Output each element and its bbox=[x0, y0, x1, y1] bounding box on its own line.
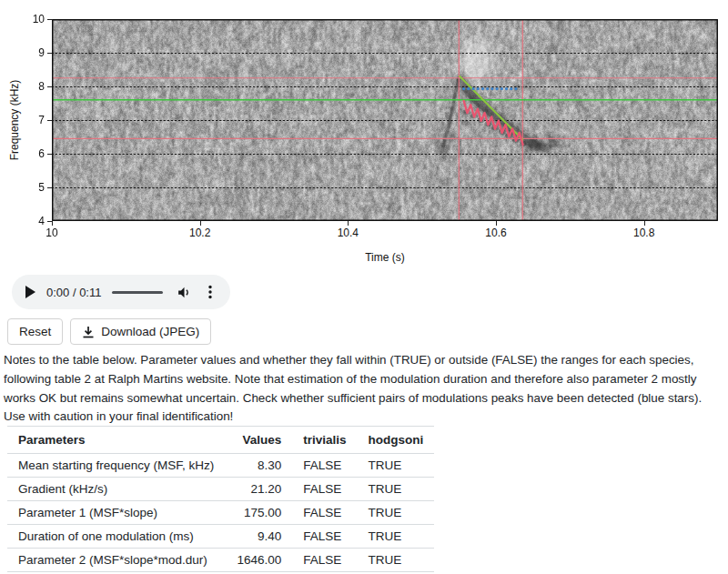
table-cell-parameter: Gradient (kHz/s) bbox=[7, 478, 225, 501]
header-parameters: Parameters bbox=[7, 427, 225, 454]
header-values: Values bbox=[225, 427, 292, 454]
x-tick-label: 10.6 bbox=[476, 227, 516, 239]
y-tick-mark bbox=[47, 19, 52, 20]
app-root: Frequency (kHz) Time (s) 456789101010.21… bbox=[0, 0, 728, 574]
table-cell-value: 21.20 bbox=[225, 478, 292, 501]
spectrogram-plot[interactable] bbox=[52, 19, 718, 221]
y-tick-mark bbox=[47, 86, 52, 87]
download-icon bbox=[82, 326, 95, 338]
table-cell-parameter: Parameter 1 (MSF*slope) bbox=[7, 501, 225, 525]
table-cell-hodgsoni: TRUE bbox=[358, 501, 435, 525]
y-tick-mark bbox=[47, 120, 52, 121]
table-cell-parameter: Duration of one modulation (ms) bbox=[7, 525, 225, 549]
audio-time: 0:00 / 0:11 bbox=[46, 286, 101, 299]
reset-button-label: Reset bbox=[19, 325, 51, 338]
parameters-table-head: Parameters Values trivialis hodgsoni bbox=[7, 427, 434, 454]
notes-text: Notes to the table below. Parameter valu… bbox=[4, 351, 725, 427]
volume-icon[interactable] bbox=[177, 285, 192, 300]
x-tick-mark bbox=[52, 221, 53, 226]
y-tick-label: 7 bbox=[21, 114, 45, 126]
table-cell-trivialis: FALSE bbox=[292, 501, 357, 525]
table-cell-trivialis: FALSE bbox=[292, 478, 357, 501]
overflow-menu-icon[interactable] bbox=[204, 284, 217, 300]
x-axis-title: Time (s) bbox=[365, 251, 405, 264]
parameters-table: Parameters Values trivialis hodgsoni Mea… bbox=[7, 426, 434, 572]
y-tick-label: 10 bbox=[21, 13, 45, 25]
x-tick-mark bbox=[644, 221, 645, 226]
y-tick-label: 8 bbox=[21, 80, 45, 93]
y-tick-label: 4 bbox=[21, 215, 45, 227]
audio-player[interactable]: 0:00 / 0:11 bbox=[12, 275, 230, 309]
play-button[interactable] bbox=[25, 286, 35, 298]
header-hodgsoni: hodgsoni bbox=[358, 427, 435, 454]
table-row: Parameter 2 (MSF*slope*mod.dur)1646.00FA… bbox=[7, 549, 434, 572]
table-header-row: Parameters Values trivialis hodgsoni bbox=[7, 427, 434, 454]
parameters-table-body: Mean starting frequency (MSF, kHz)8.30FA… bbox=[7, 454, 434, 572]
table-cell-hodgsoni: TRUE bbox=[358, 549, 435, 572]
download-button[interactable]: Download (JPEG) bbox=[70, 318, 211, 345]
y-tick-mark bbox=[47, 187, 52, 188]
table-cell-value: 8.30 bbox=[225, 454, 292, 478]
x-tick-mark bbox=[348, 221, 349, 226]
y-tick-label: 5 bbox=[21, 181, 45, 194]
x-tick-mark bbox=[200, 221, 201, 226]
table-cell-value: 9.40 bbox=[225, 525, 292, 549]
y-tick-label: 9 bbox=[21, 46, 45, 59]
x-tick-mark bbox=[496, 221, 497, 226]
table-cell-hodgsoni: TRUE bbox=[358, 525, 435, 549]
table-row: Duration of one modulation (ms)9.40FALSE… bbox=[7, 525, 434, 549]
y-tick-mark bbox=[47, 53, 52, 54]
table-cell-hodgsoni: TRUE bbox=[358, 478, 435, 501]
x-tick-label: 10 bbox=[32, 227, 72, 239]
table-row: Mean starting frequency (MSF, kHz)8.30FA… bbox=[7, 454, 434, 478]
table-cell-trivialis: FALSE bbox=[292, 549, 357, 572]
table-row: Gradient (kHz/s)21.20FALSETRUE bbox=[7, 478, 434, 501]
button-row: Reset Download (JPEG) bbox=[7, 318, 211, 345]
x-tick-label: 10.2 bbox=[180, 227, 220, 239]
table-cell-parameter: Mean starting frequency (MSF, kHz) bbox=[7, 454, 225, 478]
table-cell-value: 1646.00 bbox=[225, 549, 292, 572]
reset-button[interactable]: Reset bbox=[7, 318, 63, 345]
y-axis-title: Frequency (kHz) bbox=[8, 80, 21, 161]
x-tick-label: 10.8 bbox=[624, 227, 664, 239]
y-tick-mark bbox=[47, 154, 52, 155]
table-cell-value: 175.00 bbox=[225, 501, 292, 525]
table-cell-trivialis: FALSE bbox=[292, 454, 357, 478]
table-cell-trivialis: FALSE bbox=[292, 525, 357, 549]
x-tick-label: 10.4 bbox=[328, 227, 368, 239]
audio-progress-bar[interactable] bbox=[112, 291, 163, 294]
download-button-label: Download (JPEG) bbox=[101, 325, 199, 338]
table-row: Parameter 1 (MSF*slope)175.00FALSETRUE bbox=[7, 501, 434, 525]
spectrogram-figure: Frequency (kHz) Time (s) 456789101010.21… bbox=[0, 0, 728, 269]
y-tick-label: 6 bbox=[21, 147, 45, 160]
table-cell-parameter: Parameter 2 (MSF*slope*mod.dur) bbox=[7, 549, 225, 572]
header-trivialis: trivialis bbox=[292, 427, 357, 454]
table-cell-hodgsoni: TRUE bbox=[358, 454, 435, 478]
